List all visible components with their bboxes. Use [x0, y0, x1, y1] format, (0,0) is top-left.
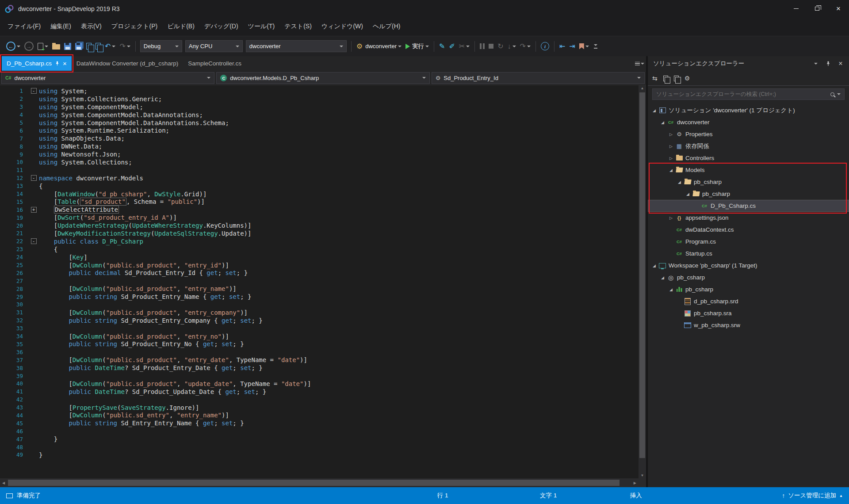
collapsed-arrow-icon[interactable]: ▷ — [667, 132, 675, 137]
open-documents-list-icon[interactable] — [633, 56, 646, 71]
close-tab-icon[interactable]: × — [63, 60, 67, 67]
code-line-41[interactable]: 41 public DateTime? Sd_Product_Update_Da… — [0, 388, 639, 396]
code-line-33[interactable]: 33 — [0, 325, 639, 332]
code-line-10[interactable]: 10using System.Collections; — [0, 158, 639, 166]
feedback-info-button[interactable]: i — [539, 39, 551, 53]
step-over-button[interactable]: ↷ — [518, 39, 532, 53]
tree-item-properties[interactable]: ▷⚙Properties — [648, 128, 849, 140]
properties-wrench-icon[interactable]: ⚙ — [685, 75, 690, 82]
code-line-16[interactable]: 16+ DwSelectAttribute — [0, 206, 639, 214]
code-line-19[interactable]: 19 [DwSort("sd_product_entry_id A")] — [0, 214, 639, 221]
tree-item-folder-pb-csharp[interactable]: ◢pb_csharp — [648, 176, 849, 188]
vertical-scrollbar[interactable]: ▲ ▼ — [639, 85, 646, 478]
code-line-24[interactable]: 24 [Key] — [0, 253, 639, 261]
cut-button[interactable]: ✂ — [457, 39, 471, 53]
tree-item-workspace[interactable]: ◢Workspace 'pb_csharp' (1 Target) — [648, 260, 849, 271]
menu-item-tools[interactable]: ツール(T) — [243, 20, 280, 33]
new-file-button[interactable] — [36, 39, 50, 53]
code-line-34[interactable]: 34 [DwColumn("public.sd_product", "entry… — [0, 332, 639, 340]
tree-item-models[interactable]: ◢Models — [648, 164, 849, 176]
code-line-11[interactable]: 11 — [0, 166, 639, 174]
scroll-right-icon[interactable]: ▶ — [634, 478, 636, 487]
vertical-scrollbar-thumb[interactable] — [639, 92, 645, 458]
startup-project-button[interactable]: ⚙dwconverter — [355, 39, 403, 53]
tree-item-file-d-pb-csharp-srd[interactable]: d_pb_csharp.srd — [648, 295, 849, 307]
navigate-backward-button[interactable]: ← — [4, 39, 22, 53]
toolbar-overflow-button[interactable] — [591, 39, 599, 53]
code-line-47[interactable]: 47 } — [0, 435, 639, 443]
tree-item-project-dwconverter[interactable]: ◢C#dwconverter — [648, 116, 849, 128]
tree-item-controllers[interactable]: ▷Controllers — [648, 152, 849, 164]
restore-button[interactable] — [807, 0, 828, 17]
code-line-15[interactable]: 15 [Table("sd_product", Schema = "public… — [0, 198, 639, 206]
code-line-4[interactable]: 4using System.ComponentModel.DataAnnotat… — [0, 111, 639, 119]
panel-close-icon[interactable]: × — [837, 60, 845, 68]
menu-item-window[interactable]: ウィンドウ(W) — [317, 20, 368, 33]
project-combo[interactable]: dwconverter — [246, 40, 347, 52]
undo-button[interactable]: ↶ — [103, 39, 117, 53]
tree-item-file-d-pb-csharp-cs[interactable]: C#D_Pb_Csharp.cs — [648, 200, 849, 212]
expanded-arrow-icon[interactable]: ◢ — [650, 108, 658, 113]
code-line-29[interactable]: 29 public string Sd_Product_Entry_Name {… — [0, 293, 639, 301]
code-line-3[interactable]: 3using System.ComponentModel; — [0, 103, 639, 111]
expanded-arrow-icon[interactable]: ◢ — [676, 180, 683, 184]
code-line-39[interactable]: 39 — [0, 372, 639, 380]
redo-button[interactable]: ↷ — [118, 39, 132, 53]
code-line-45[interactable]: 45 public string Sd_Entry_Entry_Name { g… — [0, 419, 639, 427]
run-button[interactable]: 実行 — [404, 39, 431, 53]
type-dropdown[interactable]: Cdwconverter.Models.D_Pb_Csharp — [216, 72, 429, 84]
copy-button[interactable] — [84, 39, 93, 53]
code-line-40[interactable]: 40 [DwColumn("public.sd_product", "updat… — [0, 380, 639, 388]
code-line-2[interactable]: 2using System.Collections.Generic; — [0, 95, 639, 103]
code-line-31[interactable]: 31 [DwColumn("public.sd_product", "entry… — [0, 309, 639, 317]
code-line-14[interactable]: 14 [DataWindow("d_pb_csharp", DwStyle.Gr… — [0, 190, 639, 198]
expanded-arrow-icon[interactable]: ◢ — [659, 120, 666, 125]
menu-item-help[interactable]: ヘルプ(H) — [368, 20, 405, 33]
search-input[interactable] — [656, 91, 828, 97]
pin-icon[interactable] — [55, 61, 60, 66]
scroll-left-icon[interactable]: ◀ — [2, 478, 5, 487]
search-box[interactable] — [652, 88, 845, 100]
tree-item-file-pb-csharp-sra[interactable]: pb_csharp.sra — [648, 307, 849, 319]
step-into-button[interactable]: ↓ — [506, 39, 518, 53]
pause-button[interactable] — [478, 39, 486, 53]
tree-item-folder-pb-csharp-inner[interactable]: ◢pb_csharp — [648, 188, 849, 200]
collapse-all-icon[interactable] — [663, 76, 668, 81]
code-editor[interactable]: 1-using System;2using System.Collections… — [0, 85, 646, 478]
code-line-13[interactable]: 13{ — [0, 182, 639, 190]
code-line-28[interactable]: 28 [DwColumn("public.sd_product", "entry… — [0, 285, 639, 293]
code-line-30[interactable]: 30 — [0, 301, 639, 309]
code-line-25[interactable]: 25 [DwColumn("public.sd_product", "entry… — [0, 261, 639, 269]
tree-item-target-pb-csharp[interactable]: ◢◎pb_csharp — [648, 271, 849, 283]
code-line-6[interactable]: 6using System.Runtime.Serialization; — [0, 126, 639, 134]
code-line-22[interactable]: 22- public class D_Pb_Csharp — [0, 237, 639, 245]
scroll-down-icon[interactable]: ▼ — [639, 473, 646, 477]
collapsed-arrow-icon[interactable]: ▷ — [667, 144, 675, 149]
code-line-38[interactable]: 38 public DateTime? Sd_Product_Entry_Dat… — [0, 364, 639, 372]
tab-d-pb-csharp-cs[interactable]: D_Pb_Csharp.cs× — [2, 56, 72, 71]
show-all-files-icon[interactable] — [674, 76, 679, 81]
code-line-36[interactable]: 36 — [0, 348, 639, 356]
code-line-35[interactable]: 35 public string Sd_Product_Entry_No { g… — [0, 340, 639, 348]
save-button[interactable] — [62, 39, 73, 53]
expanded-arrow-icon[interactable]: ◢ — [650, 263, 658, 268]
code-line-7[interactable]: 7using SnapObjects.Data; — [0, 134, 639, 142]
fold-collapse-icon[interactable]: - — [31, 88, 37, 94]
menu-item-edit[interactable]: 編集(E) — [46, 20, 76, 33]
code-line-32[interactable]: 32 public string Sd_Product_Entry_Compan… — [0, 317, 639, 325]
bookmark-button[interactable] — [577, 39, 591, 53]
code-line-23[interactable]: 23 { — [0, 245, 639, 253]
navigate-line-end-button[interactable]: ⇥ — [567, 39, 577, 53]
horizontal-scrollbar-thumb[interactable] — [8, 480, 620, 486]
code-line-21[interactable]: 21 [DwKeyModificationStrategy(UpdateSqlS… — [0, 229, 639, 237]
project-dropdown[interactable]: C#dwconverter — [1, 72, 214, 84]
navigate-line-start-button[interactable]: ⇤ — [558, 39, 567, 53]
code-line-48[interactable]: 48 — [0, 443, 639, 451]
collapsed-arrow-icon[interactable]: ▷ — [667, 156, 675, 160]
quick-actions-button[interactable]: ✎ — [437, 39, 447, 53]
save-all-button[interactable] — [73, 39, 84, 53]
minimize-button[interactable] — [785, 0, 807, 17]
add-to-source-control-button[interactable]: ↑ ソース管理に追加 ▲ — [782, 487, 843, 504]
code-line-37[interactable]: 37 [DwColumn("public.sd_product", "entry… — [0, 356, 639, 364]
platform-combo[interactable]: Any CPU — [185, 40, 243, 52]
